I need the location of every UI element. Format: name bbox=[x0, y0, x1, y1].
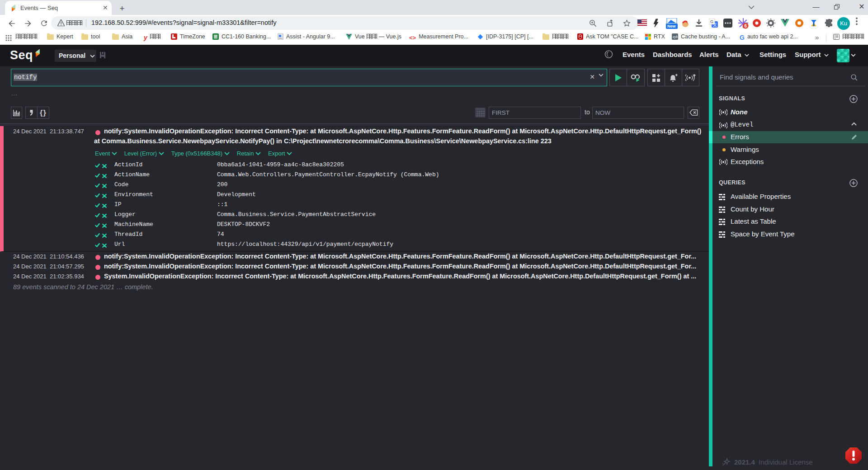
svg-text:文: 文 bbox=[713, 23, 717, 27]
svg-text:6: 6 bbox=[745, 24, 747, 28]
svg-text:ayk: ayk bbox=[673, 35, 678, 39]
svg-text:New: New bbox=[667, 24, 676, 28]
